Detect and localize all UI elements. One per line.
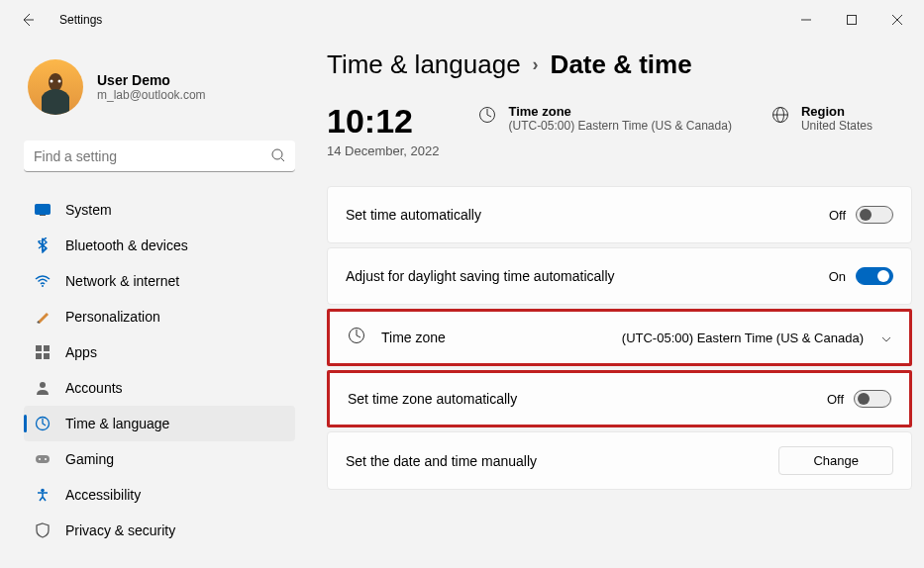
bluetooth-icon	[34, 237, 51, 254]
current-date: 14 December, 2022	[327, 143, 439, 158]
user-email: m_lab@outlook.com	[97, 88, 206, 102]
back-button[interactable]	[16, 8, 40, 32]
search-input[interactable]	[24, 141, 295, 172]
setting-label: Set time automatically	[346, 207, 481, 223]
titlebar: Settings	[0, 0, 924, 40]
timezone-dropdown[interactable]: (UTC-05:00) Eastern Time (US & Canada)	[622, 331, 891, 345]
setting-label: Adjust for daylight saving time automati…	[346, 268, 615, 284]
setting-label: Set the date and time manually	[346, 453, 537, 469]
user-block[interactable]: User Demo m_lab@outlook.com	[24, 44, 295, 141]
person-icon	[34, 379, 51, 397]
globe-clock-icon	[348, 327, 365, 348]
search-icon	[271, 148, 285, 166]
nav-personalization[interactable]: Personalization	[24, 299, 295, 334]
set-time-auto-toggle[interactable]	[856, 206, 893, 224]
toggle-state: Off	[827, 392, 844, 407]
svg-point-5	[58, 80, 61, 83]
minimize-button[interactable]	[783, 4, 829, 36]
timezone-summary[interactable]: Time zone (UTC-05:00) Eastern Time (US &…	[478, 104, 731, 133]
svg-point-6	[272, 149, 282, 159]
region-value: United States	[801, 119, 873, 133]
svg-point-4	[51, 80, 53, 83]
apps-icon	[34, 343, 51, 361]
globe-clock-icon	[478, 106, 496, 128]
svg-rect-1	[848, 16, 857, 25]
svg-rect-8	[36, 205, 51, 215]
setting-label: Set time zone automatically	[348, 391, 517, 407]
current-time: 10:12	[327, 104, 439, 138]
dropdown-value: (UTC-05:00) Eastern Time (US & Canada)	[622, 331, 864, 345]
breadcrumb-current: Date & time	[551, 49, 692, 80]
nav-label: Accounts	[65, 380, 123, 396]
nav-label: System	[65, 202, 112, 218]
toggle-state: On	[829, 269, 846, 284]
arrow-left-icon	[20, 12, 36, 28]
nav-label: Network & internet	[65, 273, 179, 289]
shield-icon	[34, 521, 51, 539]
nav-time-language[interactable]: Time & language	[24, 406, 295, 441]
timezone-value: (UTC-05:00) Eastern Time (US & Canada)	[508, 119, 731, 133]
svg-rect-12	[44, 345, 50, 351]
set-tz-auto-row: Set time zone automatically Off	[327, 370, 912, 427]
brush-icon	[34, 308, 51, 326]
breadcrumb-parent[interactable]: Time & language	[327, 49, 521, 80]
avatar	[28, 59, 83, 115]
svg-point-10	[42, 285, 44, 287]
svg-point-15	[40, 382, 46, 388]
set-time-auto-row: Set time automatically Off	[327, 186, 912, 243]
svg-rect-9	[40, 215, 46, 216]
region-summary[interactable]: Region United States	[771, 104, 873, 133]
nav-gaming[interactable]: Gaming	[24, 441, 295, 477]
maximize-icon	[847, 15, 857, 25]
svg-rect-14	[44, 353, 50, 359]
nav-accessibility[interactable]: Accessibility	[24, 477, 295, 513]
svg-point-18	[39, 458, 41, 460]
nav-network[interactable]: Network & internet	[24, 263, 295, 299]
nav-apps[interactable]: Apps	[24, 334, 295, 370]
nav-label: Accessibility	[65, 487, 141, 503]
nav-label: Personalization	[65, 309, 160, 325]
timezone-row: Time zone (UTC-05:00) Eastern Time (US &…	[327, 309, 912, 366]
toggle-state: Off	[829, 208, 846, 223]
close-button[interactable]	[874, 4, 920, 36]
nav-bluetooth[interactable]: Bluetooth & devices	[24, 228, 295, 263]
chevron-right-icon: ›	[533, 54, 539, 75]
globe-icon	[771, 106, 789, 128]
sidebar: User Demo m_lab@outlook.com System Bluet…	[0, 40, 307, 568]
nav-label: Bluetooth & devices	[65, 237, 188, 253]
manual-time-row: Set the date and time manually Change	[327, 431, 912, 490]
breadcrumb: Time & language › Date & time	[327, 49, 912, 80]
dst-auto-toggle[interactable]	[856, 267, 893, 285]
nav-privacy[interactable]: Privacy & security	[24, 513, 295, 548]
nav-label: Gaming	[65, 451, 114, 467]
wifi-icon	[34, 272, 51, 290]
minimize-icon	[801, 15, 811, 25]
region-label: Region	[801, 104, 873, 119]
user-name: User Demo	[97, 72, 206, 88]
svg-point-19	[45, 458, 47, 460]
timezone-label: Time zone	[508, 104, 731, 119]
window-title: Settings	[59, 13, 102, 27]
change-button[interactable]: Change	[778, 446, 893, 475]
nav-system[interactable]: System	[24, 192, 295, 228]
globe-clock-icon	[34, 415, 51, 432]
set-tz-auto-toggle[interactable]	[854, 390, 891, 408]
svg-rect-11	[36, 345, 42, 351]
nav-label: Apps	[65, 344, 97, 360]
main-content: Time & language › Date & time 10:12 14 D…	[307, 40, 924, 568]
dst-auto-row: Adjust for daylight saving time automati…	[327, 247, 912, 305]
nav: System Bluetooth & devices Network & int…	[24, 192, 295, 548]
svg-point-20	[41, 489, 45, 493]
close-icon	[892, 15, 902, 25]
maximize-button[interactable]	[829, 4, 874, 36]
svg-line-7	[281, 158, 284, 161]
nav-label: Privacy & security	[65, 522, 175, 538]
chevron-down-icon	[881, 331, 891, 345]
setting-label: Time zone	[381, 330, 446, 345]
nav-accounts[interactable]: Accounts	[24, 370, 295, 406]
gamepad-icon	[34, 450, 51, 468]
svg-rect-17	[36, 455, 50, 463]
nav-label: Time & language	[65, 416, 169, 431]
system-icon	[34, 201, 51, 219]
accessibility-icon	[34, 486, 51, 504]
